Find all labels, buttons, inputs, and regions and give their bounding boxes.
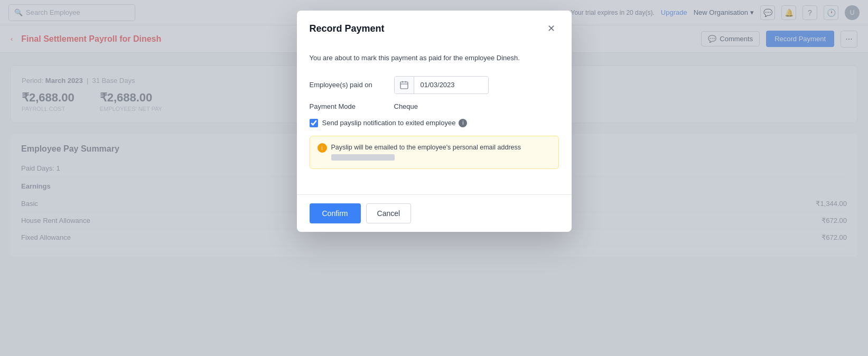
modal-description: You are about to mark this payment as pa…: [310, 53, 559, 63]
payment-mode-group: Payment Mode Cheque: [310, 102, 559, 110]
modal-body: You are about to mark this payment as pa…: [297, 44, 572, 194]
info-banner-text: Payslip will be emailed to the employee'…: [331, 143, 551, 163]
modal-footer: Confirm Cancel: [297, 194, 572, 232]
confirm-button[interactable]: Confirm: [310, 203, 361, 223]
info-banner-icon: i: [318, 143, 327, 153]
svg-rect-0: [400, 82, 408, 89]
modal-title: Record Payment: [310, 23, 385, 34]
email-redacted: [331, 154, 395, 161]
modal-close-button[interactable]: ✕: [544, 21, 559, 36]
close-icon: ✕: [547, 23, 555, 34]
employee-paid-on-label: Employee(s) paid on: [310, 81, 394, 89]
record-payment-modal: Record Payment ✕ You are about to mark t…: [297, 11, 572, 232]
background-page: 🔍 Search Employee Your trial expires in …: [0, 0, 868, 356]
send-notification-checkbox[interactable]: [310, 119, 318, 127]
date-input-wrapper[interactable]: [394, 76, 489, 94]
calendar-icon[interactable]: [395, 77, 414, 93]
info-icon[interactable]: i: [459, 119, 467, 127]
info-banner: i Payslip will be emailed to the employe…: [310, 136, 559, 170]
send-notification-label: Send payslip notification to exited empl…: [322, 119, 468, 127]
modal-header: Record Payment ✕: [297, 11, 572, 44]
payment-mode-label: Payment Mode: [310, 102, 394, 110]
send-notification-row: Send payslip notification to exited empl…: [310, 119, 559, 127]
date-input[interactable]: [414, 77, 488, 93]
cancel-button[interactable]: Cancel: [366, 203, 412, 223]
payment-mode-value: Cheque: [394, 102, 418, 110]
modal-overlay: Record Payment ✕ You are about to mark t…: [0, 0, 868, 356]
employee-paid-on-group: Employee(s) paid on: [310, 76, 559, 94]
